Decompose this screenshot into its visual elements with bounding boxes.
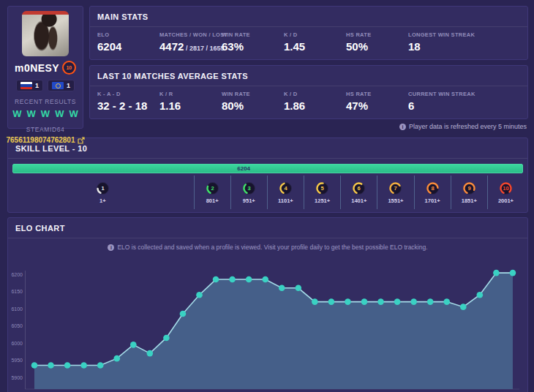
stat-value: 47%	[346, 99, 408, 112]
player-name: m0NESY	[15, 62, 59, 74]
level-4-gauge-icon: 4	[279, 181, 293, 195]
chart-point[interactable]	[410, 298, 417, 305]
last10-stats-card: LAST 10 MATCHES AVERAGE STATS K - A - D3…	[89, 65, 528, 119]
chart-point[interactable]	[345, 298, 351, 305]
eu-flag-chip: 1	[48, 80, 75, 91]
skill-level-segment-2: 2801+	[194, 176, 230, 209]
chart-point[interactable]	[493, 270, 500, 276]
info-icon: i	[108, 244, 114, 251]
chart-point[interactable]	[394, 298, 401, 305]
chart-point[interactable]	[147, 350, 154, 357]
stat-value: 1.16	[159, 99, 222, 112]
stat-label: WIN RATE	[222, 31, 284, 38]
steamid-label: STEAMID64	[26, 126, 65, 133]
chart-point[interactable]	[80, 362, 87, 369]
y-axis-tick: 6050	[11, 323, 23, 328]
stat-label: WIN RATE	[222, 91, 284, 97]
chart-point[interactable]	[510, 270, 516, 276]
svg-text:5: 5	[321, 185, 324, 192]
level-threshold: 951+	[243, 197, 255, 204]
chart-point[interactable]	[163, 335, 170, 342]
level-6-gauge-icon: 6	[352, 181, 366, 195]
level-1-gauge-icon: 1	[96, 181, 110, 195]
level-3-gauge-icon: 3	[242, 181, 256, 195]
recent-results: WWWWW	[12, 108, 78, 119]
level-7-gauge-icon: 7	[388, 181, 402, 195]
chart-point[interactable]	[361, 298, 368, 305]
stat-label: ELO	[97, 31, 159, 38]
skill-level-segment-3: 3951+	[230, 176, 267, 209]
chart-point[interactable]	[279, 285, 285, 292]
skill-level-segment-8: 81701+	[414, 176, 451, 209]
chart-point[interactable]	[377, 298, 384, 305]
elo-chart-title: ELO CHART	[15, 224, 65, 233]
chart-point[interactable]	[97, 362, 104, 369]
chart-point[interactable]	[427, 298, 434, 305]
elo-chart-note: i ELO is collected and saved when a prof…	[8, 238, 527, 253]
skill-level-body: 6204 11+2801+3951+41101+51251+61401+7155…	[8, 159, 527, 212]
win-result: W	[27, 108, 36, 119]
skill-level-segment-4: 41101+	[267, 176, 304, 209]
chart-point[interactable]	[296, 285, 302, 292]
stat: HS RATE47%	[346, 91, 408, 112]
chart-point[interactable]	[180, 311, 187, 317]
stat-label: HS RATE	[346, 31, 408, 38]
stat-label: CURRENT WIN STREAK	[408, 91, 520, 97]
svg-text:2: 2	[211, 185, 214, 192]
elo-chart-note-text: ELO is collected and saved when a profil…	[117, 244, 427, 251]
skill-level-segment-7: 71551+	[377, 176, 413, 209]
y-axis-tick: 5950	[11, 358, 23, 363]
stat: LONGEST WIN STREAK18	[408, 31, 520, 53]
chart-point[interactable]	[328, 298, 335, 305]
eu-flag-icon	[52, 82, 64, 89]
chart-point[interactable]	[196, 292, 203, 298]
chart-point[interactable]	[31, 362, 38, 369]
profile-card: m0NESY 10 11 RECENT RESULTS WWWWW STEAMI…	[7, 6, 83, 129]
y-axis-tick: 6200	[11, 272, 23, 277]
stat-label: K / R	[159, 91, 222, 97]
skill-level-segment-1: 11+	[12, 176, 194, 209]
main-stats-card: MAIN STATS ELO6204MATCHES / WON / LOST44…	[89, 6, 528, 60]
svg-text:7: 7	[394, 185, 397, 192]
stat-value: 18	[408, 40, 520, 53]
stat-label: LONGEST WIN STREAK	[408, 31, 520, 38]
chart-point[interactable]	[312, 298, 318, 305]
refresh-note: i Player data is refreshed every 5 minut…	[89, 123, 528, 130]
chart-point[interactable]	[262, 276, 268, 283]
skill-level-card: SKILL LEVEL - 10 6204 11+2801+3951+41101…	[7, 137, 528, 213]
last10-stats-row: K - A - D32 - 2 - 18K / R1.16WIN RATE80%…	[90, 86, 527, 118]
chart-point[interactable]	[229, 276, 236, 283]
y-axis-tick: 6150	[11, 289, 23, 294]
stat: K / R1.16	[159, 91, 222, 112]
skill-level-segment-6: 61401+	[340, 176, 377, 209]
chart-point[interactable]	[443, 298, 450, 305]
level-2-gauge-icon: 2	[206, 181, 219, 195]
level-threshold: 1251+	[315, 197, 330, 204]
chart-point[interactable]	[213, 276, 219, 283]
avatar-image	[22, 11, 69, 56]
skill-level-segment-9: 91851+	[451, 176, 487, 209]
russia-flag-icon	[20, 82, 32, 89]
stat-label: K - A - D	[97, 91, 159, 97]
level-8-gauge-icon: 8	[426, 181, 440, 195]
skill-levels-row: 11+2801+3951+41101+51251+61401+71551+817…	[12, 176, 524, 209]
elo-chart-header: ELO CHART	[8, 218, 527, 238]
level-10-gauge-icon: 10	[499, 181, 513, 195]
svg-text:1: 1	[101, 185, 104, 192]
elo-chart-card: ELO CHART i ELO is collected and saved w…	[7, 217, 528, 392]
chart-point[interactable]	[64, 362, 71, 369]
win-result: W	[69, 108, 78, 119]
chart-point[interactable]	[477, 292, 484, 298]
svg-text:6: 6	[358, 185, 361, 192]
chart-point[interactable]	[113, 355, 120, 362]
main-stats-row: ELO6204MATCHES / WON / LOST4472 / 2817 /…	[90, 27, 527, 59]
chart-point[interactable]	[48, 362, 54, 369]
chart-point[interactable]	[130, 342, 137, 348]
chart-point[interactable]	[246, 276, 252, 283]
elo-progress-label: 6204	[237, 165, 250, 172]
russia-flag-chip: 1	[16, 80, 43, 91]
info-icon: i	[399, 124, 406, 130]
stat-value: 1.86	[284, 99, 346, 112]
chart-point[interactable]	[460, 304, 467, 310]
win-result: W	[41, 108, 50, 119]
